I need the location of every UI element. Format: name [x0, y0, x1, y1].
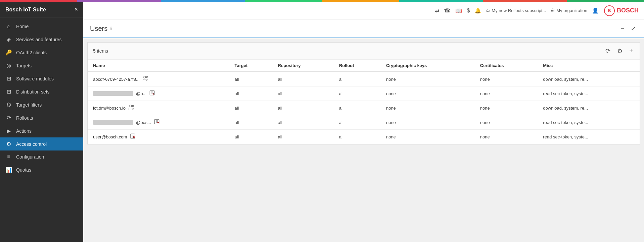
cell-misc: read sec-token, syste...: [538, 86, 640, 101]
access-control-icon: ⚙: [5, 141, 12, 147]
refresh-button[interactable]: ⟳: [604, 46, 612, 56]
cell-target: all: [229, 86, 272, 101]
people-icon: [142, 75, 148, 83]
header-icon-group: ⇄ ☎ 📖 $ 🔔 🗂 My new Rollouts subscript...…: [435, 7, 599, 14]
sidebar-item-access-control[interactable]: ⚙ Access control: [0, 137, 83, 150]
configuration-icon: ≡: [5, 154, 12, 160]
cell-repository: all: [273, 72, 334, 86]
svg-point-1: [146, 76, 148, 78]
page-title-area: Users ℹ: [90, 25, 112, 33]
cell-rollout: all: [334, 86, 381, 101]
quotas-icon: 📊: [5, 167, 12, 173]
page-header-actions: − ⤢: [619, 23, 637, 34]
cell-certificates: none: [475, 115, 538, 130]
distribution-sets-icon: ⊟: [5, 88, 12, 95]
cell-target: all: [229, 101, 272, 115]
sidebar-title: Bosch IoT Suite: [5, 7, 46, 13]
bosch-logo-text: BOSCH: [617, 7, 639, 14]
book-icon[interactable]: 📖: [455, 7, 462, 14]
svg-point-0: [144, 76, 146, 78]
items-count: 5 items: [93, 48, 108, 54]
add-user-button[interactable]: +: [628, 46, 634, 56]
sidebar-item-software-modules[interactable]: ⊞ Software modules: [0, 72, 83, 85]
sidebar-item-targets-label: Targets: [16, 63, 32, 68]
sidebar-item-home-label: Home: [16, 24, 29, 29]
svg-point-5: [130, 105, 132, 107]
blurred-username: [93, 120, 133, 125]
cell-cryptographic-keys: none: [381, 115, 475, 130]
targets-icon: ◎: [5, 62, 12, 69]
svg-text:A: A: [158, 122, 158, 123]
sidebar-item-services-features[interactable]: ◈ Services and features: [0, 33, 83, 46]
rollouts-icon: ⟳: [5, 115, 12, 121]
sidebar-item-targetfilters-label: Target filters: [16, 102, 42, 108]
cell-certificates: none: [475, 86, 538, 101]
blurred-username: [93, 91, 133, 96]
users-table-container: 5 items ⟳ ⚙ + Name Target Repository Rol…: [87, 42, 640, 144]
user-icon[interactable]: 👤: [592, 7, 599, 14]
cell-cryptographic-keys: none: [381, 101, 475, 115]
sidebar-item-distribution-label: Distribution sets: [16, 89, 50, 95]
bosch-circle-icon: B: [604, 5, 615, 16]
sidebar-item-quotas-label: Quotas: [16, 167, 31, 173]
cell-misc: read sec-token, syste...: [538, 130, 640, 144]
cell-certificates: none: [475, 101, 538, 115]
cell-cryptographic-keys: none: [381, 86, 475, 101]
admin-icon: A: [154, 119, 160, 126]
cell-repository: all: [273, 115, 334, 130]
table-row[interactable]: @bos... A allallallnonenoneread sec-toke…: [88, 115, 640, 130]
sidebar-item-access-control-label: Access control: [16, 141, 47, 147]
sidebar-item-actions[interactable]: ▶ Actions: [0, 124, 83, 137]
sidebar: Bosch IoT Suite × ⌂ Home ◈ Services and …: [0, 2, 83, 242]
sidebar-close-button[interactable]: ×: [74, 6, 78, 13]
home-icon: ⌂: [5, 23, 12, 29]
maximize-button[interactable]: ⤢: [630, 23, 637, 34]
username: user@bosch.com: [93, 134, 127, 139]
dollar-icon[interactable]: $: [467, 8, 470, 14]
col-cryptographic-keys: Cryptographic keys: [381, 60, 475, 72]
table-row[interactable]: iot.dm@bosch.io allallallnonenonedownloa…: [88, 101, 640, 115]
table-body: abcdf-6709-4257-a7f8... allallallnonenon…: [88, 72, 640, 144]
col-misc: Misc: [538, 60, 640, 72]
username-suffix: @bos...: [136, 120, 151, 125]
actions-icon: ▶: [5, 128, 12, 134]
username-suffix: @b...: [136, 91, 146, 96]
cell-rollout: all: [334, 72, 381, 86]
col-repository: Repository: [273, 60, 334, 72]
table-row[interactable]: abcdf-6709-4257-a7f8... allallallnonenon…: [88, 72, 640, 86]
table-settings-button[interactable]: ⚙: [616, 46, 624, 56]
organization-link[interactable]: 🏛 My organization: [551, 8, 587, 13]
minimize-button[interactable]: −: [619, 24, 626, 34]
col-certificates: Certificates: [475, 60, 538, 72]
svg-text:A: A: [134, 136, 134, 138]
sidebar-item-oauth2-label: OAuth2 clients: [16, 50, 47, 55]
page-info-icon[interactable]: ℹ: [110, 26, 112, 31]
bell-icon[interactable]: 🔔: [474, 7, 481, 14]
sidebar-item-target-filters[interactable]: ⌬ Target filters: [0, 98, 83, 111]
table-row[interactable]: @b... A allallallnonenoneread sec-token,…: [88, 86, 640, 101]
sidebar-item-configuration[interactable]: ≡ Configuration: [0, 150, 83, 163]
col-rollout: Rollout: [334, 60, 381, 72]
sidebar-item-rollouts[interactable]: ⟳ Rollouts: [0, 111, 83, 124]
sidebar-item-quotas[interactable]: 📊 Quotas: [0, 163, 83, 176]
svg-text:A: A: [153, 93, 154, 95]
subscription-link[interactable]: 🗂 My new Rollouts subscript...: [486, 8, 546, 13]
sidebar-item-oauth2-clients[interactable]: 🔑 OAuth2 clients: [0, 46, 83, 59]
folder-icon: 🗂: [486, 8, 490, 13]
table-header: Name Target Repository Rollout Cryptogra…: [88, 60, 640, 72]
sidebar-item-services-label: Services and features: [16, 37, 61, 42]
cell-name: @b... A: [88, 86, 229, 101]
sidebar-item-home[interactable]: ⌂ Home: [0, 20, 83, 33]
sidebar-item-actions-label: Actions: [16, 128, 32, 134]
table-toolbar: 5 items ⟳ ⚙ +: [88, 43, 640, 60]
share-icon[interactable]: ⇄: [435, 7, 439, 14]
cell-certificates: none: [475, 72, 538, 86]
table-toolbar-actions: ⟳ ⚙ +: [604, 46, 634, 56]
col-target: Target: [229, 60, 272, 72]
phone-icon[interactable]: ☎: [444, 7, 451, 14]
table-row[interactable]: user@bosch.com A allallallnonenoneread s…: [88, 130, 640, 144]
sidebar-item-targets[interactable]: ◎ Targets: [0, 59, 83, 72]
sidebar-item-distribution-sets[interactable]: ⊟ Distribution sets: [0, 85, 83, 98]
username: iot.dm@bosch.io: [93, 106, 126, 111]
admin-icon: A: [149, 90, 155, 97]
